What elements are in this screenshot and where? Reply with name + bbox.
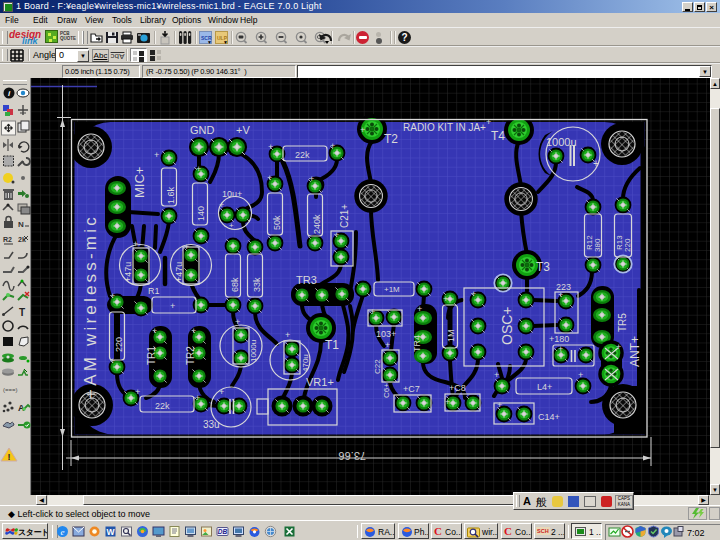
svg-text:103+: 103+ bbox=[376, 329, 396, 339]
svg-text:33k: 33k bbox=[252, 277, 262, 292]
svg-text:!: ! bbox=[8, 452, 11, 462]
svg-text:+: + bbox=[285, 330, 290, 340]
svg-text:W: W bbox=[106, 527, 115, 537]
svg-text:+: + bbox=[593, 158, 599, 169]
svg-text:+47u: +47u bbox=[123, 262, 133, 282]
svg-text:T2: T2 bbox=[384, 132, 398, 146]
svg-text:1000u: 1000u bbox=[249, 340, 258, 362]
svg-text:+: + bbox=[219, 200, 224, 210]
svg-text:+: + bbox=[334, 230, 339, 240]
svg-text:ANT+: ANT+ bbox=[628, 336, 642, 367]
svg-text:+: + bbox=[558, 344, 563, 354]
svg-text:+C8: +C8 bbox=[449, 383, 466, 393]
svg-text:e: e bbox=[61, 527, 65, 537]
svg-text:+: + bbox=[445, 397, 450, 407]
svg-text:(===): (===) bbox=[3, 387, 18, 393]
svg-text:+: + bbox=[309, 174, 314, 184]
svg-text:N: N bbox=[18, 220, 24, 229]
svg-text:R1: R1 bbox=[148, 286, 160, 296]
svg-text:+: + bbox=[184, 242, 189, 252]
svg-text:470u: 470u bbox=[301, 354, 310, 372]
svg-text:L4+: L4+ bbox=[537, 382, 552, 392]
svg-text:10u+: 10u+ bbox=[222, 189, 242, 199]
svg-text:- +: - + bbox=[224, 221, 234, 230]
svg-text:C22: C22 bbox=[373, 359, 382, 374]
svg-text:+: + bbox=[152, 326, 157, 336]
svg-text:+180: +180 bbox=[549, 334, 569, 344]
svg-text:+: + bbox=[219, 387, 224, 397]
svg-text:380: 380 bbox=[593, 238, 602, 252]
svg-text:+: + bbox=[443, 294, 448, 304]
svg-text:T1: T1 bbox=[325, 338, 339, 352]
svg-text:22k: 22k bbox=[295, 150, 310, 160]
svg-text:220: 220 bbox=[623, 238, 632, 252]
svg-text:VR1+: VR1+ bbox=[306, 376, 334, 388]
svg-text:TR2: TR2 bbox=[185, 346, 196, 365]
svg-text:RADIO KIT IN JA+: RADIO KIT IN JA+ bbox=[403, 122, 486, 133]
svg-text:1000u: 1000u bbox=[546, 136, 577, 148]
svg-text:+: + bbox=[135, 387, 140, 397]
svg-text:+: + bbox=[385, 340, 390, 350]
svg-text:TR1: TR1 bbox=[146, 346, 157, 365]
svg-text:+: + bbox=[268, 142, 273, 152]
svg-text:+: + bbox=[497, 400, 502, 410]
svg-text:+: + bbox=[370, 307, 375, 317]
svg-text:+47u: +47u bbox=[174, 262, 184, 282]
svg-text:68k: 68k bbox=[230, 277, 240, 292]
svg-text:+: + bbox=[195, 393, 200, 403]
svg-text:+: + bbox=[110, 291, 115, 301]
svg-text:C21+: C21+ bbox=[339, 204, 350, 228]
svg-text:TR3: TR3 bbox=[296, 274, 317, 286]
svg-text:220: 220 bbox=[114, 337, 124, 352]
svg-text:33u: 33u bbox=[203, 419, 220, 430]
svg-text:T3: T3 bbox=[536, 260, 550, 274]
svg-text:T: T bbox=[19, 307, 25, 318]
svg-text:+: + bbox=[486, 117, 491, 127]
svg-text:MIC+: MIC+ bbox=[132, 167, 147, 198]
svg-text:+: + bbox=[330, 141, 335, 151]
svg-text:140: 140 bbox=[196, 206, 206, 221]
svg-text:1.6k: 1.6k bbox=[166, 186, 176, 204]
svg-text:+: + bbox=[578, 370, 583, 380]
svg-text:+: + bbox=[494, 370, 499, 380]
svg-text:+: + bbox=[267, 173, 272, 183]
svg-text:22k: 22k bbox=[155, 401, 170, 411]
svg-text:+: + bbox=[616, 342, 621, 352]
svg-text:+: + bbox=[154, 150, 159, 160]
svg-text:+1M: +1M bbox=[384, 285, 400, 294]
svg-text:+AM wireless-mic: +AM wireless-mic bbox=[81, 214, 100, 399]
svg-text:+: + bbox=[196, 164, 201, 174]
svg-text:TR4: TR4 bbox=[412, 335, 422, 352]
svg-text:+V: +V bbox=[236, 124, 250, 136]
svg-text:1M: 1M bbox=[446, 329, 456, 342]
svg-text:DB: DB bbox=[218, 528, 228, 535]
svg-text:+: + bbox=[191, 326, 196, 336]
svg-text:50k: 50k bbox=[272, 215, 282, 230]
svg-text:+: + bbox=[170, 301, 175, 311]
svg-text:R2: R2 bbox=[3, 236, 12, 243]
svg-text:GND: GND bbox=[190, 124, 215, 136]
svg-text:+: + bbox=[235, 317, 240, 327]
svg-text:+: + bbox=[471, 289, 476, 299]
svg-text:+: + bbox=[417, 304, 422, 314]
svg-text:+C7: +C7 bbox=[403, 384, 420, 394]
svg-text:OSC+: OSC+ bbox=[499, 306, 515, 345]
svg-text:73.66: 73.66 bbox=[338, 450, 366, 462]
svg-text:+: + bbox=[110, 356, 115, 366]
svg-text:+: + bbox=[360, 125, 365, 135]
svg-text:+: + bbox=[558, 290, 563, 300]
svg-text:C6+: C6+ bbox=[382, 383, 391, 398]
svg-text:TR5: TR5 bbox=[617, 313, 628, 332]
svg-text:C14+: C14+ bbox=[538, 412, 560, 422]
svg-text:240k: 240k bbox=[312, 214, 322, 234]
svg-text:T4: T4 bbox=[491, 129, 505, 143]
svg-text:+: + bbox=[133, 239, 138, 249]
